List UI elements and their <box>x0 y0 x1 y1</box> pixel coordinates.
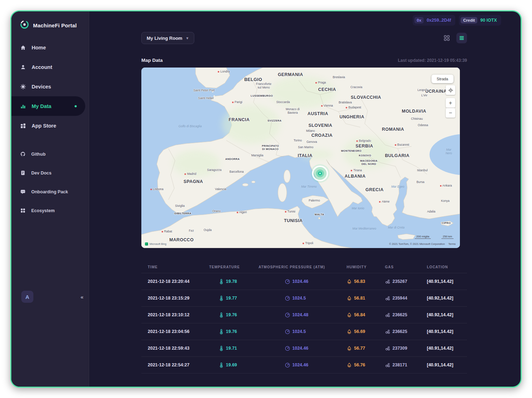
thermometer-icon <box>218 362 224 368</box>
sidebar-item-label: Home <box>32 45 46 50</box>
wallet-address: 0x259..2D4f <box>427 18 451 23</box>
cell-temperature: 19.71 <box>209 346 259 351</box>
cell-location: [40.91,14.42] <box>427 362 467 367</box>
map[interactable]: GERMANIABELGIOCECHIASLOVACCHIAUCRAINAFRA… <box>141 68 460 248</box>
map-label-city: Chisinau <box>411 117 423 120</box>
home-icon <box>20 45 26 50</box>
cell-time: 2021-12-18 23:10:12 <box>148 312 209 317</box>
map-label-city: Oujda <box>203 228 212 232</box>
table-row: 2021-12-18 23:10:1219.761024.4856.842366… <box>141 307 467 323</box>
gauge-icon <box>285 312 290 318</box>
sidebar-item-label: Devices <box>32 84 51 90</box>
map-label-country: ITALIA <box>298 153 313 158</box>
column-header: Gas <box>385 265 427 269</box>
sidebar-item-onboarding-pack[interactable]: Onboarding Pack <box>11 182 85 201</box>
map-label-country: UCRAINA <box>425 89 447 94</box>
account-icon <box>20 64 26 70</box>
wallet-tag: 0x <box>414 17 424 23</box>
bing-logo: Microsoft Bing <box>145 242 167 246</box>
humidity-icon <box>347 362 352 368</box>
gauge-icon <box>285 346 290 351</box>
map-label-city: Marsiglia <box>251 154 263 157</box>
column-header: Location <box>427 265 467 269</box>
wallet-pill[interactable]: 0x 0x259..2D4f <box>413 15 456 26</box>
sidebar-item-account[interactable]: Account <box>11 57 85 77</box>
map-label-city: Palermo <box>309 199 320 202</box>
map-label-city: Londra <box>218 70 230 73</box>
cell-time: 2021-12-18 22:59:43 <box>148 346 209 351</box>
gauge-icon <box>285 296 290 301</box>
cell-pressure: 1024.46 <box>259 362 347 368</box>
gauge-icon <box>285 329 290 334</box>
map-label-sea: Mar di Creta <box>388 225 405 229</box>
sidebar-item-label: Github <box>31 152 45 157</box>
map-label-country: ALBANIA <box>344 173 365 179</box>
sidebar-item-label: My Data <box>32 103 51 109</box>
cell-pressure: 1024.5 <box>259 329 347 334</box>
thermometer-icon <box>218 312 224 318</box>
map-label-city: Tripoli <box>303 241 313 245</box>
map-label-city: Genova <box>306 140 317 144</box>
cell-pressure: 1024.5 <box>259 296 347 301</box>
cell-location: [40.92,14.42] <box>427 296 467 301</box>
cell-pressure: 1024.46 <box>259 279 347 284</box>
map-label-city: Saint Peter Port <box>194 88 215 92</box>
sidebar-item-dev-docs[interactable]: Dev Docs <box>11 163 85 182</box>
sidebar-item-label: Ecosystem <box>31 208 55 213</box>
zoom-out-button[interactable]: − <box>446 108 455 118</box>
humidity-icon <box>347 296 352 301</box>
cell-humidity: 56.76 <box>347 362 385 368</box>
map-style-button[interactable]: Strada <box>431 75 454 83</box>
sidebar-item-label: App Store <box>32 123 56 129</box>
chevron-down-icon: ▼ <box>185 36 189 40</box>
map-label-country: GRECIA <box>365 187 384 192</box>
cell-temperature: 19.76 <box>209 312 259 318</box>
map-label-country: FRANCIA <box>229 117 250 122</box>
cell-temperature: 19.77 <box>209 296 259 301</box>
map-label-city: Rabat <box>162 230 172 233</box>
logo-row: MachineFi Portal <box>11 11 89 31</box>
sidebar-item-label: Account <box>32 64 52 70</box>
map-label-city: Leopoli <box>417 88 427 92</box>
sidebar-item-label: Dev Docs <box>31 171 51 176</box>
humidity-icon <box>347 279 352 284</box>
map-label-city: Torino <box>294 139 302 142</box>
sidebar-item-github[interactable]: Github <box>11 145 85 163</box>
gas-icon <box>385 296 390 301</box>
map-label-country: GERMANIA <box>278 72 303 77</box>
sidebar-item-devices[interactable]: Devices <box>11 77 85 96</box>
thermometer-icon <box>218 296 224 301</box>
locate-button[interactable] <box>446 85 455 95</box>
sidebar-item-app-store[interactable]: App Store <box>11 116 85 135</box>
map-label-city: L'viv <box>421 93 427 97</box>
zoom-in-button[interactable]: + <box>446 98 455 108</box>
gas-icon <box>385 279 390 284</box>
map-label-sea: Mar Ionio <box>352 206 364 210</box>
cell-gas: 238171 <box>385 362 427 368</box>
gas-icon <box>385 312 390 318</box>
map-label-country: SPAGNA <box>184 179 203 184</box>
sidebar-nav-secondary: GithubDev DocsOnboarding PackEcosystem <box>11 145 89 220</box>
map-labels: GERMANIABELGIOCECHIASLOVACCHIAUCRAINAFRA… <box>141 68 460 248</box>
collapse-sidebar-icon[interactable]: « <box>81 294 83 300</box>
grid-view-button[interactable] <box>441 33 452 43</box>
sidebar-item-ecosystem[interactable]: Ecosystem <box>11 201 85 220</box>
thermometer-icon <box>218 279 224 284</box>
sidebar-item-my-data[interactable]: My Data <box>11 96 85 116</box>
gas-icon <box>385 362 390 368</box>
cell-temperature: 19.76 <box>209 329 259 334</box>
map-label-region: CIPRO <box>442 221 451 224</box>
credit-pill[interactable]: Credit 90 IOTX <box>459 15 501 26</box>
map-label-city: Stoccarda <box>276 100 290 104</box>
list-view-button[interactable] <box>456 33 467 43</box>
cell-temperature: 19.78 <box>209 279 259 284</box>
map-label-region: MONTENEGRO <box>341 149 362 152</box>
map-label-city: Siviglia <box>175 204 185 208</box>
device-selector[interactable]: My Living Room ▼ <box>141 32 194 44</box>
avatar[interactable]: A <box>21 291 33 303</box>
map-label-city: Odessa <box>418 123 428 127</box>
sidebar-item-home[interactable]: Home <box>11 38 85 57</box>
humidity-icon <box>347 346 352 351</box>
map-label-city: Istanbul <box>417 168 428 172</box>
terms-link[interactable]: Terms <box>449 242 456 246</box>
